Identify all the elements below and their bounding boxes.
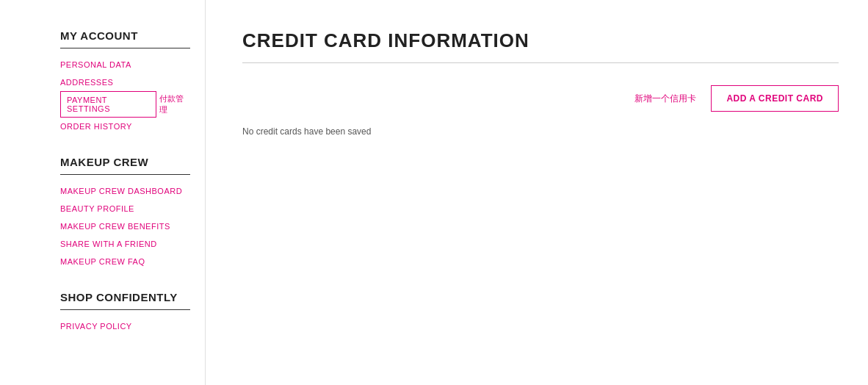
sidebar-item-beauty-profile[interactable]: BEAUTY PROFILE [60, 200, 190, 217]
sidebar-payment-row: PAYMENT SETTINGS 付款管理 [60, 91, 190, 118]
sidebar-item-share-with-a-friend[interactable]: SHARE WITH A FRIEND [60, 235, 190, 253]
sidebar-item-personal-data[interactable]: PERSONAL DATA [60, 56, 190, 73]
sidebar-item-makeup-crew-faq[interactable]: MAKEUP CREW FAQ [60, 253, 190, 270]
title-divider [242, 62, 839, 63]
no-cards-message: No credit cards have been saved [242, 126, 839, 137]
sidebar-item-order-history[interactable]: ORDER HISTORY [60, 118, 190, 135]
main-content: CREDIT CARD INFORMATION 新增一个信用卡 ADD A CR… [206, 0, 868, 385]
payment-chinese-label: 付款管理 [159, 93, 190, 115]
sidebar-title-shop-confidently: SHOP CONFIDENTLY [60, 291, 190, 310]
sidebar-item-privacy-policy[interactable]: PRIVACY POLICY [60, 317, 190, 335]
sidebar-title-makeup-crew: MAKEUP CREW [60, 156, 190, 175]
sidebar-item-makeup-crew-dashboard[interactable]: MAKEUP CREW DASHBOARD [60, 182, 190, 200]
sidebar: MY ACCOUNT PERSONAL DATA ADDRESSES PAYME… [0, 0, 206, 385]
credit-card-action-bar: 新增一个信用卡 ADD A CREDIT CARD [242, 85, 839, 112]
add-card-chinese-hint: 新增一个信用卡 [634, 93, 696, 105]
add-credit-card-button[interactable]: ADD A CREDIT CARD [711, 85, 839, 112]
sidebar-item-payment-settings[interactable]: PAYMENT SETTINGS [60, 91, 156, 118]
sidebar-item-makeup-crew-benefits[interactable]: MAKEUP CREW BENEFITS [60, 217, 190, 235]
sidebar-section-shop-confidently: SHOP CONFIDENTLY PRIVACY POLICY [60, 291, 190, 335]
page-title: CREDIT CARD INFORMATION [242, 29, 839, 52]
sidebar-item-addresses[interactable]: ADDRESSES [60, 73, 190, 91]
sidebar-section-makeup-crew: MAKEUP CREW MAKEUP CREW DASHBOARD BEAUTY… [60, 156, 190, 270]
sidebar-section-my-account: MY ACCOUNT PERSONAL DATA ADDRESSES PAYME… [60, 29, 190, 135]
sidebar-title-my-account: MY ACCOUNT [60, 29, 190, 48]
